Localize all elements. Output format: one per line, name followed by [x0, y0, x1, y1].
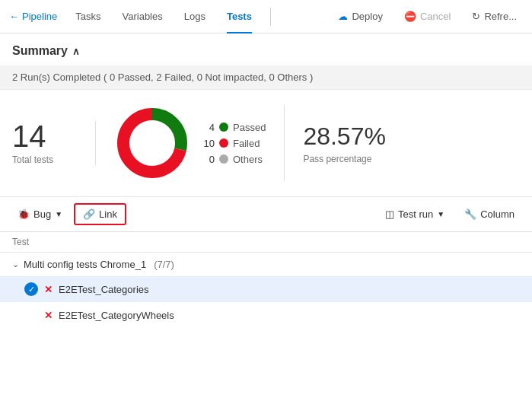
test-run-icon: ◫ [385, 208, 394, 220]
pass-percentage-stat: 28.57% Pass percentage [285, 123, 404, 164]
total-tests-label: Total tests [12, 154, 80, 165]
nav-separator [270, 8, 271, 26]
test-run-button[interactable]: ◫ Test run ▼ [377, 204, 453, 224]
back-arrow-icon: ← [9, 11, 19, 22]
bug-dropdown-icon: ▼ [55, 210, 62, 218]
runs-summary-text: 2 Run(s) Completed ( 0 Passed, 2 Failed,… [12, 72, 313, 83]
selected-indicator: ✓ [24, 282, 38, 296]
passed-count: 4 [202, 122, 215, 133]
nav-tests-label: Tests [227, 11, 252, 22]
bug-button[interactable]: 🐞 Bug ▼ [9, 204, 71, 224]
legend-passed: 4 Passed [202, 122, 266, 133]
nav-item-logs[interactable]: Logs [175, 0, 215, 33]
donut-chart [114, 105, 190, 181]
group-chevron-icon: ⌄ [12, 259, 19, 269]
chart-legend: 4 Passed 10 Failed 0 Others [202, 122, 266, 165]
back-pipeline[interactable]: ← Pipeline [9, 11, 57, 22]
group-count: (7/7) [154, 259, 174, 270]
nav-item-tasks[interactable]: Tasks [66, 0, 110, 33]
refresh-button[interactable]: ↻ Refre... [466, 8, 523, 25]
svg-point-2 [132, 123, 172, 163]
deploy-button[interactable]: ☁ Deploy [332, 8, 388, 25]
failed-label: Failed [233, 138, 260, 149]
test-row[interactable]: ✓ ✕ E2ETest_Categories [0, 276, 532, 302]
cancel-label: Cancel [420, 11, 451, 22]
stats-banner: 2 Run(s) Completed ( 0 Passed, 2 Failed,… [0, 65, 532, 90]
bug-label: Bug [33, 208, 51, 220]
failed-dot [219, 138, 228, 148]
deploy-label: Deploy [352, 11, 382, 22]
test-toolbar: 🐞 Bug ▼ 🔗 Link ◫ Test run ▼ 🔧 Column [0, 197, 532, 232]
cloud-icon: ☁ [338, 11, 348, 22]
nav-item-variables[interactable]: Variables [113, 0, 172, 33]
test-run-dropdown-icon: ▼ [437, 210, 444, 218]
others-dot [219, 154, 228, 164]
test-run-label: Test run [398, 208, 433, 220]
others-label: Others [233, 154, 263, 165]
test-group[interactable]: ⌄ Multi config tests Chrome_1 (7/7) [0, 253, 532, 276]
top-navigation: ← Pipeline Tasks Variables Logs Tests ☁ … [0, 0, 532, 33]
failed-count: 10 [202, 138, 215, 149]
summary-section-header: Summary ∧ [0, 33, 532, 65]
link-label: Link [99, 208, 117, 220]
column-label: Column [480, 208, 514, 220]
nav-item-tests[interactable]: Tests [218, 0, 261, 33]
legend-others: 0 Others [202, 154, 266, 165]
passed-dot [219, 123, 228, 132]
cancel-button: ⛔ Cancel [398, 8, 457, 25]
nav-variables-label: Variables [123, 11, 163, 22]
legend-failed: 10 Failed [202, 138, 266, 149]
total-tests-number: 14 [12, 121, 80, 151]
unselected-placeholder [24, 308, 38, 322]
group-name: Multi config tests Chrome_1 [24, 259, 146, 270]
column-icon: 🔧 [464, 208, 476, 220]
nav-logs-label: Logs [184, 11, 205, 22]
test-name: E2ETest_CategoryWheels [59, 310, 520, 321]
test-table: Test ⌄ Multi config tests Chrome_1 (7/7)… [0, 232, 532, 328]
others-count: 0 [202, 154, 215, 165]
passed-label: Passed [233, 122, 266, 133]
pass-pct-label: Pass percentage [303, 154, 386, 164]
test-row[interactable]: ✕ E2ETest_CategoryWheels [0, 302, 532, 328]
link-icon: 🔗 [83, 208, 95, 220]
bug-icon: 🐞 [18, 208, 30, 220]
nav-tasks-label: Tasks [75, 11, 100, 22]
back-label: Pipeline [22, 11, 57, 22]
fail-icon: ✕ [44, 310, 53, 321]
pass-pct-number: 28.57% [303, 123, 386, 151]
fail-icon: ✕ [44, 284, 53, 295]
nav-actions: ☁ Deploy ⛔ Cancel ↻ Refre... [332, 8, 523, 25]
refresh-icon: ↻ [472, 11, 480, 22]
chart-area: 4 Passed 10 Failed 0 Others [96, 105, 285, 181]
test-column-header: Test [12, 237, 29, 247]
test-name: E2ETest_Categories [59, 284, 520, 295]
column-button[interactable]: 🔧 Column [456, 204, 523, 224]
cancel-icon: ⛔ [404, 11, 416, 22]
refresh-label: Refre... [484, 11, 517, 22]
link-button[interactable]: 🔗 Link [74, 203, 126, 225]
table-header: Test [0, 232, 532, 253]
stats-area: 14 Total tests 4 Passed 10 [0, 90, 532, 197]
total-tests-stat: 14 Total tests [12, 121, 96, 165]
summary-title: Summary [12, 44, 68, 58]
chevron-up-icon[interactable]: ∧ [72, 46, 80, 57]
